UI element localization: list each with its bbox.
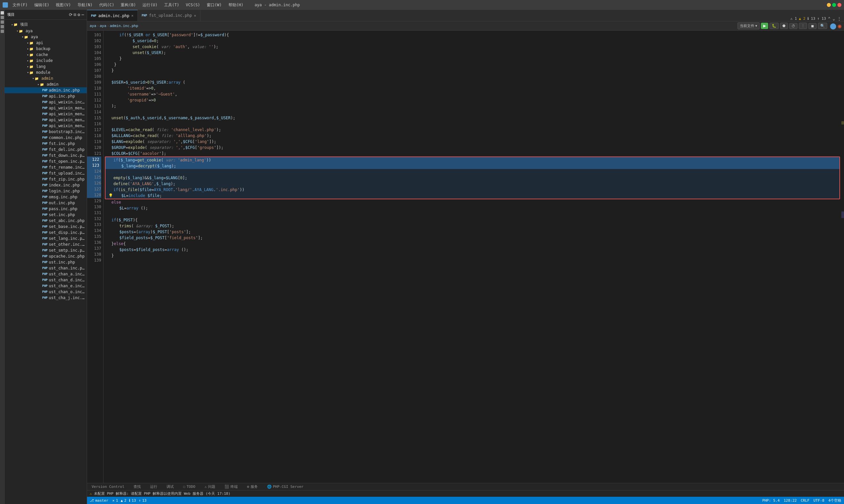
sidebar-item-fst-open[interactable]: PHP fst_open.inc.php bbox=[5, 159, 87, 164]
info-badge2[interactable]: ↑ 13 bbox=[817, 16, 826, 21]
sidebar-item-api-weixin-menu-del[interactable]: PHP api_weixin_menu_del.inc.php bbox=[5, 111, 87, 117]
sidebar-item-fst-del[interactable]: PHP fst_del.inc.php bbox=[5, 147, 87, 152]
maximize-button[interactable] bbox=[832, 3, 836, 7]
bottom-tab-terminal[interactable]: ⬛ 终端 bbox=[223, 484, 240, 490]
bulb-icon[interactable]: 💡 bbox=[108, 193, 113, 199]
bottom-tab-todo[interactable]: ☐ TODO bbox=[181, 484, 197, 489]
tab-admin-inc-php[interactable]: PHP admin.inc.php ✕ bbox=[87, 10, 138, 21]
app-menu-refactor[interactable]: 重构(B) bbox=[119, 2, 138, 8]
status-php-version[interactable]: PHP: 5.4 bbox=[762, 499, 780, 503]
tree-project-root[interactable]: ▾ 📁 项目 bbox=[5, 21, 87, 28]
activity-search[interactable] bbox=[1, 16, 4, 19]
warning-badge[interactable]: ▲ 2 bbox=[799, 16, 806, 21]
tab-fst-upload[interactable]: PHP fst_upload.inc.php ✕ bbox=[138, 10, 201, 21]
sidebar-item-set-base[interactable]: PHP set_base.inc.php bbox=[5, 224, 87, 230]
status-line-col[interactable]: 128:22 bbox=[784, 499, 797, 503]
app-menu-vcs[interactable]: VCS(S) bbox=[184, 2, 202, 8]
bottom-tab-services[interactable]: ⚙ 服务 bbox=[245, 484, 260, 490]
sidebar-item-fst-upload[interactable]: PHP fst_upload.inc.php bbox=[5, 170, 87, 176]
tab-close-admin[interactable]: ✕ bbox=[131, 14, 134, 18]
close-button[interactable] bbox=[838, 3, 841, 7]
sidebar-item-upcache[interactable]: PHP upcache.inc.php bbox=[5, 253, 87, 259]
app-menu-code[interactable]: 代码(C) bbox=[97, 2, 116, 8]
bottom-tab-server[interactable]: 🌐 PHP-CGI Server bbox=[265, 484, 306, 489]
status-errors[interactable]: ✕ 1 ▲ 2 ℹ 13 ↑ 13 bbox=[113, 499, 147, 503]
activity-explorer[interactable] bbox=[1, 11, 4, 15]
sidebar-item-ust-chan-d[interactable]: PHP ust_chan_d.inc.php bbox=[5, 277, 87, 283]
profile-button[interactable]: ⏱ bbox=[789, 23, 797, 29]
sidebar-item-ust-chan[interactable]: PHP ust_chan.inc.php bbox=[5, 265, 87, 271]
collapse-icon[interactable]: ⊟ bbox=[74, 12, 76, 17]
sidebar-item-api[interactable]: ▸ 📁 api bbox=[5, 40, 87, 46]
sidebar-item-set-abc[interactable]: PHP set_abc.inc.php bbox=[5, 218, 87, 224]
app-menu-tools[interactable]: 工具(T) bbox=[162, 2, 181, 8]
tab-close-fst[interactable]: ✕ bbox=[194, 14, 196, 18]
sidebar-item-api-weixin-menu[interactable]: PHP api_weixin_menu.inc.php bbox=[5, 105, 87, 111]
bottom-tab-search[interactable]: 查找 bbox=[132, 484, 143, 490]
debug-button[interactable]: 🐛 bbox=[770, 23, 779, 29]
status-encoding[interactable]: UTF-8 bbox=[813, 499, 824, 503]
bottom-tab-run[interactable]: 运行 bbox=[148, 484, 159, 490]
status-crlf[interactable]: CRLF bbox=[801, 499, 810, 503]
sidebar-item-set-disp[interactable]: PHP set_disp.inc.php bbox=[5, 230, 87, 236]
breadcrumb-file[interactable]: admin.inc.php bbox=[110, 24, 138, 28]
activity-extensions[interactable] bbox=[1, 30, 4, 33]
sidebar-item-admin-sub[interactable]: ▸ 📁 admin bbox=[5, 82, 87, 87]
sidebar-item-common[interactable]: PHP common.inc.php bbox=[5, 135, 87, 141]
sidebar-item-backup[interactable]: ▸ 📁 backup bbox=[5, 46, 87, 52]
mini-scrollbar[interactable] bbox=[841, 31, 844, 483]
status-spaces[interactable]: 4个空格 bbox=[828, 498, 841, 503]
sidebar-item-pass[interactable]: PHP pass.inc.php bbox=[5, 206, 87, 212]
sidebar-item-set-lang[interactable]: PHP set_lang.inc.php bbox=[5, 236, 87, 241]
current-file-btn[interactable]: 当前文件 ▾ bbox=[738, 22, 760, 29]
sidebar-item-set-smtp[interactable]: PHP set_smtp.inc.php bbox=[5, 247, 87, 253]
sidebar-item-omsg[interactable]: PHP omsg.inc.php bbox=[5, 194, 87, 200]
sidebar-item-set-other[interactable]: PHP set_other.inc.php bbox=[5, 241, 87, 247]
sidebar-item-cache[interactable]: ▸ 📁 cache bbox=[5, 52, 87, 58]
sidebar-item-login[interactable]: PHP login.inc.php bbox=[5, 188, 87, 194]
status-git[interactable]: ⎇ master bbox=[90, 499, 108, 503]
app-menu-run[interactable]: 运行(U) bbox=[140, 2, 159, 8]
breadcrumb-aya[interactable]: aya bbox=[90, 24, 96, 28]
sidebar-item-ust[interactable]: PHP ust.inc.php bbox=[5, 259, 87, 265]
sidebar-item-module[interactable]: ▾ 📁 module bbox=[5, 70, 87, 75]
app-menu-nav[interactable]: 导航(N) bbox=[75, 2, 94, 8]
bottom-tab-problems[interactable]: ⚠ 问题 bbox=[203, 484, 217, 490]
app-menu-help[interactable]: 帮助(H) bbox=[226, 2, 246, 8]
sidebar-item-include[interactable]: ▸ 📁 include bbox=[5, 58, 87, 64]
app-menu-view[interactable]: 视图(V) bbox=[54, 2, 73, 8]
sidebar-item-ust-chan-a[interactable]: PHP ust_chan_a.inc.php bbox=[5, 271, 87, 277]
activity-vcs[interactable] bbox=[1, 20, 4, 24]
chevron-up-icon[interactable]: ⌃ bbox=[828, 16, 830, 21]
coverage-button[interactable]: ⬟ bbox=[780, 23, 788, 29]
sync-icon[interactable]: ⟳ bbox=[69, 12, 72, 17]
tree-aya-root[interactable]: ▾ 📁 aya bbox=[5, 28, 87, 34]
app-menu-edit[interactable]: 编辑(E) bbox=[32, 2, 51, 8]
sidebar-item-index[interactable]: PHP index.inc.php bbox=[5, 182, 87, 188]
chrome-icon[interactable]: ⬤ bbox=[830, 22, 837, 29]
bottom-tab-debug[interactable]: 调试 bbox=[165, 484, 176, 490]
app-menu-file[interactable]: 文件(F) bbox=[11, 2, 30, 8]
sidebar-item-bootstrap[interactable]: PHP bootstrap3.inc.php bbox=[5, 129, 87, 135]
activity-debug[interactable] bbox=[1, 25, 4, 28]
sidebar-item-fst-zip[interactable]: PHP fst_zip.inc.php bbox=[5, 176, 87, 182]
run-button[interactable]: ▶ bbox=[761, 23, 768, 29]
sidebar-item-out[interactable]: PHP out.inc.php bbox=[5, 200, 87, 206]
sidebar-item-api-weixin-menu-edit[interactable]: PHP api_weixin_menu_edit.inc.php bbox=[5, 117, 87, 123]
sidebar-item-fst-rename[interactable]: PHP fst_rename.inc.php bbox=[5, 164, 87, 170]
more-icon[interactable]: ⋯ bbox=[82, 12, 84, 17]
scrollbar-thumb[interactable] bbox=[841, 212, 844, 218]
minimize-button[interactable] bbox=[827, 3, 831, 7]
sidebar-item-admin-folder[interactable]: ▾ 📁 admin bbox=[5, 75, 87, 82]
sidebar-item-ust-cha-j[interactable]: PHP ust_cha_j.inc.php bbox=[5, 295, 87, 301]
sidebar-item-api-weixin[interactable]: PHP api_weixin.inc.php bbox=[5, 99, 87, 105]
sidebar-item-api-inc-php[interactable]: PHP api.inc.php bbox=[5, 93, 87, 99]
sidebar-item-fst-down[interactable]: PHP fst_down.inc.php bbox=[5, 152, 87, 159]
firefox-icon[interactable]: ◉ bbox=[838, 22, 841, 29]
sidebar-item-admin-inc-php[interactable]: PHP admin.inc.php bbox=[5, 87, 87, 93]
bottom-tab-version-control[interactable]: Version Control bbox=[90, 484, 126, 489]
code-content[interactable]: if(!$_USER or $_USER['password']!=$_pass… bbox=[104, 31, 841, 483]
sidebar-item-ust-chan-e[interactable]: PHP ust_chan_e.inc.php bbox=[5, 283, 87, 289]
tree-folder-aya[interactable]: ▾ 📁 aya bbox=[5, 34, 87, 40]
sidebar-item-set[interactable]: PHP set.inc.php bbox=[5, 212, 87, 218]
